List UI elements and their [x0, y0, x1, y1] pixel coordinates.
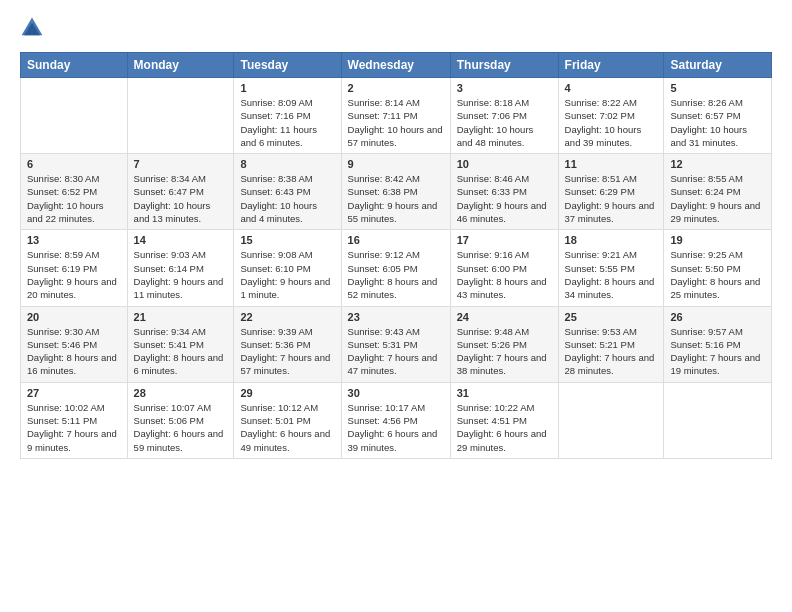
calendar-cell: 9Sunrise: 8:42 AMSunset: 6:38 PMDaylight… [341, 154, 450, 230]
day-info: Sunrise: 9:25 AMSunset: 5:50 PMDaylight:… [670, 248, 765, 301]
day-info: Sunrise: 8:09 AMSunset: 7:16 PMDaylight:… [240, 96, 334, 149]
weekday-header-monday: Monday [127, 53, 234, 78]
weekday-header-wednesday: Wednesday [341, 53, 450, 78]
day-number: 31 [457, 387, 552, 399]
day-number: 30 [348, 387, 444, 399]
calendar-cell: 19Sunrise: 9:25 AMSunset: 5:50 PMDayligh… [664, 230, 772, 306]
calendar-cell [21, 78, 128, 154]
day-number: 25 [565, 311, 658, 323]
day-number: 23 [348, 311, 444, 323]
day-info: Sunrise: 9:21 AMSunset: 5:55 PMDaylight:… [565, 248, 658, 301]
day-number: 21 [134, 311, 228, 323]
weekday-header-friday: Friday [558, 53, 664, 78]
calendar-cell: 25Sunrise: 9:53 AMSunset: 5:21 PMDayligh… [558, 306, 664, 382]
day-info: Sunrise: 8:38 AMSunset: 6:43 PMDaylight:… [240, 172, 334, 225]
day-number: 17 [457, 234, 552, 246]
day-number: 13 [27, 234, 121, 246]
day-number: 11 [565, 158, 658, 170]
week-row-5: 27Sunrise: 10:02 AMSunset: 5:11 PMDaylig… [21, 382, 772, 458]
page: SundayMondayTuesdayWednesdayThursdayFrid… [0, 0, 792, 612]
week-row-2: 6Sunrise: 8:30 AMSunset: 6:52 PMDaylight… [21, 154, 772, 230]
calendar-cell: 26Sunrise: 9:57 AMSunset: 5:16 PMDayligh… [664, 306, 772, 382]
week-row-4: 20Sunrise: 9:30 AMSunset: 5:46 PMDayligh… [21, 306, 772, 382]
weekday-header-thursday: Thursday [450, 53, 558, 78]
day-number: 9 [348, 158, 444, 170]
day-number: 4 [565, 82, 658, 94]
logo [20, 16, 46, 40]
day-info: Sunrise: 9:39 AMSunset: 5:36 PMDaylight:… [240, 325, 334, 378]
day-info: Sunrise: 8:30 AMSunset: 6:52 PMDaylight:… [27, 172, 121, 225]
day-number: 8 [240, 158, 334, 170]
day-number: 5 [670, 82, 765, 94]
calendar-cell: 23Sunrise: 9:43 AMSunset: 5:31 PMDayligh… [341, 306, 450, 382]
day-number: 7 [134, 158, 228, 170]
day-info: Sunrise: 9:57 AMSunset: 5:16 PMDaylight:… [670, 325, 765, 378]
calendar-cell [558, 382, 664, 458]
calendar-cell: 8Sunrise: 8:38 AMSunset: 6:43 PMDaylight… [234, 154, 341, 230]
weekday-header-tuesday: Tuesday [234, 53, 341, 78]
calendar-cell: 4Sunrise: 8:22 AMSunset: 7:02 PMDaylight… [558, 78, 664, 154]
day-info: Sunrise: 9:53 AMSunset: 5:21 PMDaylight:… [565, 325, 658, 378]
day-info: Sunrise: 8:46 AMSunset: 6:33 PMDaylight:… [457, 172, 552, 225]
calendar-cell: 30Sunrise: 10:17 AMSunset: 4:56 PMDaylig… [341, 382, 450, 458]
calendar-cell: 31Sunrise: 10:22 AMSunset: 4:51 PMDaylig… [450, 382, 558, 458]
day-number: 24 [457, 311, 552, 323]
calendar-cell: 18Sunrise: 9:21 AMSunset: 5:55 PMDayligh… [558, 230, 664, 306]
calendar-cell: 14Sunrise: 9:03 AMSunset: 6:14 PMDayligh… [127, 230, 234, 306]
calendar-cell: 13Sunrise: 8:59 AMSunset: 6:19 PMDayligh… [21, 230, 128, 306]
calendar-cell: 6Sunrise: 8:30 AMSunset: 6:52 PMDaylight… [21, 154, 128, 230]
day-info: Sunrise: 8:22 AMSunset: 7:02 PMDaylight:… [565, 96, 658, 149]
day-number: 15 [240, 234, 334, 246]
calendar-cell: 20Sunrise: 9:30 AMSunset: 5:46 PMDayligh… [21, 306, 128, 382]
day-info: Sunrise: 9:43 AMSunset: 5:31 PMDaylight:… [348, 325, 444, 378]
calendar-cell: 7Sunrise: 8:34 AMSunset: 6:47 PMDaylight… [127, 154, 234, 230]
calendar-table: SundayMondayTuesdayWednesdayThursdayFrid… [20, 52, 772, 459]
day-info: Sunrise: 10:07 AMSunset: 5:06 PMDaylight… [134, 401, 228, 454]
calendar-cell: 22Sunrise: 9:39 AMSunset: 5:36 PMDayligh… [234, 306, 341, 382]
day-info: Sunrise: 9:34 AMSunset: 5:41 PMDaylight:… [134, 325, 228, 378]
header [20, 16, 772, 40]
day-number: 26 [670, 311, 765, 323]
day-info: Sunrise: 9:48 AMSunset: 5:26 PMDaylight:… [457, 325, 552, 378]
day-number: 19 [670, 234, 765, 246]
day-number: 14 [134, 234, 228, 246]
calendar-cell: 17Sunrise: 9:16 AMSunset: 6:00 PMDayligh… [450, 230, 558, 306]
calendar-cell: 15Sunrise: 9:08 AMSunset: 6:10 PMDayligh… [234, 230, 341, 306]
calendar-cell: 5Sunrise: 8:26 AMSunset: 6:57 PMDaylight… [664, 78, 772, 154]
day-info: Sunrise: 8:55 AMSunset: 6:24 PMDaylight:… [670, 172, 765, 225]
day-number: 18 [565, 234, 658, 246]
calendar-cell: 16Sunrise: 9:12 AMSunset: 6:05 PMDayligh… [341, 230, 450, 306]
day-info: Sunrise: 8:59 AMSunset: 6:19 PMDaylight:… [27, 248, 121, 301]
day-info: Sunrise: 10:02 AMSunset: 5:11 PMDaylight… [27, 401, 121, 454]
calendar-cell: 3Sunrise: 8:18 AMSunset: 7:06 PMDaylight… [450, 78, 558, 154]
day-info: Sunrise: 10:22 AMSunset: 4:51 PMDaylight… [457, 401, 552, 454]
day-info: Sunrise: 9:03 AMSunset: 6:14 PMDaylight:… [134, 248, 228, 301]
day-info: Sunrise: 8:51 AMSunset: 6:29 PMDaylight:… [565, 172, 658, 225]
day-number: 1 [240, 82, 334, 94]
day-number: 27 [27, 387, 121, 399]
day-number: 20 [27, 311, 121, 323]
day-number: 3 [457, 82, 552, 94]
logo-icon [20, 16, 44, 40]
day-info: Sunrise: 9:30 AMSunset: 5:46 PMDaylight:… [27, 325, 121, 378]
calendar-cell: 24Sunrise: 9:48 AMSunset: 5:26 PMDayligh… [450, 306, 558, 382]
day-number: 28 [134, 387, 228, 399]
calendar-cell: 29Sunrise: 10:12 AMSunset: 5:01 PMDaylig… [234, 382, 341, 458]
day-info: Sunrise: 9:12 AMSunset: 6:05 PMDaylight:… [348, 248, 444, 301]
day-number: 22 [240, 311, 334, 323]
calendar-cell: 10Sunrise: 8:46 AMSunset: 6:33 PMDayligh… [450, 154, 558, 230]
day-number: 10 [457, 158, 552, 170]
day-info: Sunrise: 9:16 AMSunset: 6:00 PMDaylight:… [457, 248, 552, 301]
day-info: Sunrise: 9:08 AMSunset: 6:10 PMDaylight:… [240, 248, 334, 301]
weekday-header-sunday: Sunday [21, 53, 128, 78]
day-info: Sunrise: 8:34 AMSunset: 6:47 PMDaylight:… [134, 172, 228, 225]
calendar-cell: 1Sunrise: 8:09 AMSunset: 7:16 PMDaylight… [234, 78, 341, 154]
calendar-cell: 27Sunrise: 10:02 AMSunset: 5:11 PMDaylig… [21, 382, 128, 458]
day-number: 6 [27, 158, 121, 170]
day-number: 2 [348, 82, 444, 94]
calendar-cell: 11Sunrise: 8:51 AMSunset: 6:29 PMDayligh… [558, 154, 664, 230]
day-number: 29 [240, 387, 334, 399]
weekday-header-row: SundayMondayTuesdayWednesdayThursdayFrid… [21, 53, 772, 78]
day-info: Sunrise: 8:18 AMSunset: 7:06 PMDaylight:… [457, 96, 552, 149]
day-info: Sunrise: 8:14 AMSunset: 7:11 PMDaylight:… [348, 96, 444, 149]
